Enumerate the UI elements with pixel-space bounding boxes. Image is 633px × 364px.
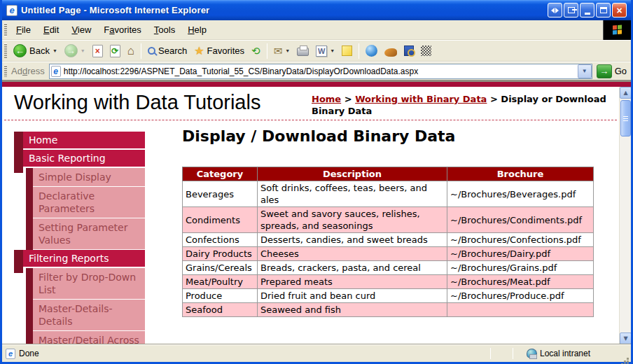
home-button[interactable]: ⌂ bbox=[124, 43, 138, 59]
toolbar: ← Back ▼ → ▼ × ⟳ ⌂ Search ★ Favorites ⟲ … bbox=[2, 40, 631, 62]
table-row: ProduceDried fruit and bean curd~/Brochu… bbox=[183, 289, 594, 303]
sidebar-item-simple-display[interactable]: Simple Display bbox=[26, 168, 145, 186]
page-viewport: Working with Data Tutorials Home > Worki… bbox=[2, 87, 631, 344]
home-icon: ⌂ bbox=[127, 45, 134, 57]
mail-button[interactable]: ✉ ▼ bbox=[270, 45, 294, 57]
toolbar-separator bbox=[267, 43, 267, 59]
status-divider bbox=[513, 348, 513, 359]
address-input[interactable]: e http://localhost:2296/ASPNET_Data_Tuto… bbox=[49, 64, 592, 79]
description-cell: Soft drinks, coffees, teas, beers, and a… bbox=[257, 181, 447, 207]
category-cell: Dairy Products bbox=[183, 247, 258, 261]
resize-grip[interactable] bbox=[627, 358, 629, 360]
sidebar-item-label: Master-Details-Details bbox=[33, 300, 145, 330]
forward-icon: → bbox=[64, 44, 78, 57]
pan-arrows-button[interactable] bbox=[548, 3, 562, 18]
forward-button[interactable]: → ▼ bbox=[61, 43, 89, 59]
breadcrumb-home-link[interactable]: Home bbox=[312, 94, 341, 104]
menu-favorites[interactable]: Favorites bbox=[97, 22, 147, 38]
dashed-divider bbox=[4, 120, 617, 120]
table-row: ConfectionsDesserts, candies, and sweet … bbox=[183, 233, 594, 247]
brochure-cell: ~/Brochures/Dairy.pdf bbox=[447, 247, 594, 261]
print-button[interactable] bbox=[293, 44, 312, 57]
menu-tools[interactable]: Tools bbox=[148, 22, 181, 38]
category-cell: Grains/Cereals bbox=[183, 261, 258, 275]
toolbar-separator bbox=[359, 43, 359, 59]
menu-help[interactable]: Help bbox=[181, 22, 213, 38]
menu-view[interactable]: View bbox=[65, 22, 97, 38]
sidebar-item-master-details-details[interactable]: Master-Details-Details bbox=[26, 300, 145, 330]
back-dropdown-icon[interactable]: ▼ bbox=[53, 48, 57, 53]
sidebar-menu: HomeBasic ReportingSimple DisplayDeclara… bbox=[14, 132, 145, 344]
sidebar-item-master-detail-across-two-pages[interactable]: Master/Detail Across Two Pages bbox=[26, 331, 145, 344]
addon-button[interactable] bbox=[381, 44, 401, 58]
popout-button[interactable] bbox=[564, 3, 578, 18]
favorites-button[interactable]: ★ Favorites bbox=[190, 44, 248, 58]
close-button[interactable]: × bbox=[612, 3, 627, 18]
sidebar-accent-strip bbox=[26, 218, 33, 250]
breadcrumb-section-link[interactable]: Working with Binary Data bbox=[355, 94, 487, 104]
go-button[interactable]: → bbox=[597, 64, 612, 78]
sidebar-item-label: Master/Detail Across Two Pages bbox=[33, 331, 145, 344]
vertical-scrollbar[interactable]: ▲ ▼ bbox=[619, 87, 631, 344]
titlebar[interactable]: e Untitled Page - Microsoft Internet Exp… bbox=[2, 0, 631, 20]
brochure-cell: ~/Brochures/Condiments.pdf bbox=[447, 207, 594, 233]
maximize-icon bbox=[600, 7, 607, 13]
addressbar-gripper[interactable] bbox=[4, 65, 7, 78]
history-button[interactable]: ⟲ bbox=[248, 44, 264, 58]
sidebar-item-filtering-reports[interactable]: Filtering Reports bbox=[14, 250, 145, 267]
toolbar-separator bbox=[141, 43, 141, 59]
description-cell: Dried fruit and bean curd bbox=[257, 289, 447, 303]
messenger-button[interactable] bbox=[417, 44, 435, 57]
sidebar-item-label: Filter by Drop-Down List bbox=[33, 268, 145, 299]
sidebar-item-filter-by-drop-down-list[interactable]: Filter by Drop-Down List bbox=[26, 268, 145, 299]
maximize-button[interactable] bbox=[596, 3, 611, 18]
scroll-down-button[interactable]: ▼ bbox=[620, 332, 631, 344]
print-icon bbox=[297, 48, 309, 56]
stop-button[interactable]: × bbox=[89, 43, 106, 59]
sidebar-item-home[interactable]: Home bbox=[14, 132, 145, 148]
table-row: BeveragesSoft drinks, coffees, teas, bee… bbox=[183, 181, 594, 207]
sidebar-item-label: Simple Display bbox=[33, 168, 145, 186]
menubar-gripper[interactable] bbox=[4, 23, 7, 36]
mail-icon: ✉ bbox=[274, 46, 283, 56]
sidebar-item-label: Home bbox=[23, 132, 145, 148]
status-bar: e Done Local intranet bbox=[2, 344, 631, 362]
sphere-icon bbox=[366, 45, 377, 57]
research-button[interactable] bbox=[401, 44, 417, 57]
address-label: Address bbox=[11, 66, 45, 76]
description-cell: Seaweed and fish bbox=[257, 303, 447, 317]
refresh-button[interactable]: ⟳ bbox=[106, 43, 124, 59]
sidebar-item-setting-parameter-values[interactable]: Setting Parameter Values bbox=[26, 218, 145, 249]
search-button[interactable]: Search bbox=[144, 44, 190, 57]
minimize-button[interactable] bbox=[580, 3, 594, 18]
mail-dropdown-icon[interactable]: ▼ bbox=[285, 48, 290, 53]
addon-sphere-button[interactable] bbox=[362, 43, 381, 58]
scrollbar-thumb[interactable] bbox=[620, 100, 631, 136]
status-page-icon: e bbox=[6, 349, 15, 359]
menu-file[interactable]: File bbox=[10, 22, 37, 38]
sidebar-accent-strip bbox=[26, 168, 33, 187]
edit-word-button[interactable]: W ▼ bbox=[312, 44, 338, 58]
address-dropdown-button[interactable]: ▼ bbox=[578, 64, 592, 78]
word-dropdown-icon[interactable]: ▼ bbox=[330, 48, 335, 53]
scroll-up-button[interactable]: ▲ bbox=[620, 87, 631, 99]
menu-edit[interactable]: Edit bbox=[37, 22, 65, 38]
back-button[interactable]: ← Back ▼ bbox=[10, 43, 61, 59]
notes-button[interactable] bbox=[338, 44, 356, 57]
sidebar-item-declarative-parameters[interactable]: Declarative Parameters bbox=[26, 187, 145, 218]
sidebar-item-label: Basic Reporting bbox=[23, 150, 145, 167]
url-text: http://localhost:2296/ASPNET_Data_Tutori… bbox=[64, 66, 578, 76]
sidebar-item-basic-reporting[interactable]: Basic Reporting bbox=[14, 150, 145, 167]
sidebar-accent-strip bbox=[26, 268, 33, 300]
toolbar-gripper[interactable] bbox=[4, 43, 7, 57]
local-intranet-icon bbox=[527, 349, 537, 358]
back-icon: ← bbox=[13, 44, 27, 57]
sidebar-accent-strip bbox=[26, 187, 33, 218]
description-cell: Desserts, candies, and sweet breads bbox=[257, 233, 447, 247]
minimize-icon bbox=[585, 13, 590, 15]
go-label: Go bbox=[615, 66, 627, 76]
back-label: Back bbox=[29, 46, 50, 56]
table-row: SeafoodSeaweed and fish bbox=[183, 303, 594, 317]
addon-icon bbox=[384, 48, 397, 57]
category-cell: Produce bbox=[183, 289, 258, 303]
